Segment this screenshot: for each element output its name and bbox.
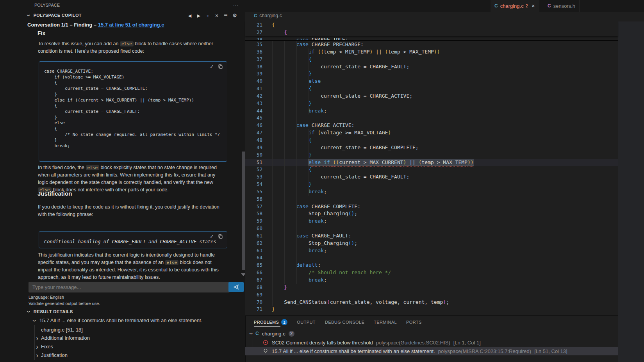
panel-tab-terminal[interactable]: TERMINAL	[374, 320, 397, 325]
panel-tab-output[interactable]: OUTPUT	[297, 320, 316, 325]
problem-row[interactable]: 15.7 All if ... else if constructs shall…	[245, 347, 618, 355]
gear-icon[interactable]: ⚙	[232, 12, 238, 19]
code-line[interactable]: 49 current_state = CHARGE_COMPLETE;	[245, 144, 618, 152]
panel-tab-label: DEBUG CONSOLE	[325, 320, 364, 325]
code-line[interactable]: 52 {	[245, 166, 618, 173]
code-line[interactable]: 37 {	[245, 56, 618, 63]
tab-charging.c[interactable]: Ccharging.c2✕	[491, 0, 539, 12]
result-details-location[interactable]: charging.c [51, 18]	[41, 327, 83, 333]
line-number: 35	[245, 41, 262, 48]
code-line[interactable]: 38 current_state = CHARGE_FAULT;	[245, 63, 618, 71]
code-line[interactable]: 43 }	[245, 100, 618, 107]
code-editor[interactable]: 35 case CHARGE_PRECHARGE:36 if ((temp < …	[245, 41, 618, 313]
breadcrumb[interactable]: C charging.c	[254, 13, 282, 18]
breadcrumb-file: charging.c	[259, 13, 282, 18]
sticky-line[interactable]: 27 {	[245, 29, 618, 36]
sticky-line[interactable]: 21{	[245, 21, 618, 29]
problem-row[interactable]: SC02 Comment density falls below thresho…	[245, 338, 618, 347]
code-line[interactable]: 66 /* Should not reach here */	[245, 269, 618, 276]
close-icon[interactable]: ✕	[214, 12, 220, 19]
line-number: 68	[245, 284, 262, 291]
result-details-finding[interactable]: ❯ 15.7 All if ... else if constructs sha…	[33, 317, 244, 323]
panel-scrollbar[interactable]	[242, 152, 245, 270]
result-details-item[interactable]: ❯Additional information	[36, 335, 90, 344]
justification-phrase: Conditional handling of CHARGE_FAULT and…	[44, 239, 216, 244]
problems-file-group[interactable]: ❯ C charging.c 2	[250, 329, 294, 338]
result-details-item[interactable]: ❯Justification	[36, 352, 90, 361]
line-number: 57	[245, 203, 262, 210]
line-number: 61	[245, 232, 262, 240]
code-line[interactable]: 69	[245, 291, 618, 299]
panel-tab-debug-console[interactable]: DEBUG CONSOLE	[325, 320, 364, 325]
justification-phrase-block: ✓ Conditional handling of CHARGE_FAULT a…	[39, 231, 227, 248]
chevron-right-icon: ❯	[36, 336, 38, 341]
list-icon[interactable]: ☰	[223, 12, 229, 19]
code-line[interactable]: 58 Stop_Charging();	[245, 210, 618, 218]
code-line[interactable]: 36 if ((temp < MIN_TEMP) || (temp > MAX_…	[245, 48, 618, 56]
code-line[interactable]: 56	[245, 196, 618, 203]
line-number: 27	[245, 29, 262, 36]
line-number: 49	[245, 144, 262, 152]
code-line[interactable]: 41 {	[245, 85, 618, 93]
code-line[interactable]: 64	[245, 254, 618, 262]
code-line[interactable]: 48 {	[245, 137, 618, 144]
code-line[interactable]: 65 default:	[245, 262, 618, 269]
code-line[interactable]: 39 }	[245, 70, 618, 78]
line-number: 37	[245, 56, 262, 63]
panel-tab-problems[interactable]: PROBLEMS2	[254, 319, 287, 325]
code-line[interactable]: 51 else if ((current > MAX_CURRENT) || (…	[245, 159, 618, 166]
line-number: 43	[245, 100, 262, 107]
copilot-section-header[interactable]: ❯ POLYSPACE COPILOT	[27, 13, 82, 18]
code-line[interactable]: 47 if (voltage >= MAX_VOLTAGE)	[245, 129, 618, 137]
code-line[interactable]: 71}	[245, 306, 618, 313]
line-number: 63	[245, 247, 262, 255]
code-line[interactable]: 57 case CHARGE_COMPLETE:	[245, 203, 618, 210]
apply-check-icon[interactable]: ✓	[210, 234, 214, 239]
code-line[interactable]: 67 break;	[245, 276, 618, 284]
paragraph-text: In this fixed code, the	[38, 165, 86, 170]
more-actions-icon[interactable]: …	[233, 1, 239, 7]
finding-label: Finding	[74, 22, 92, 28]
code-line[interactable]: 42 current_state = CHARGE_ACTIVE;	[245, 93, 618, 100]
copy-icon[interactable]	[218, 234, 223, 239]
code-line[interactable]: 70 Send_CANStatus(current_state, voltage…	[245, 299, 618, 306]
tab-problems-badge: 2	[526, 4, 528, 8]
problems-file-name: charging.c	[262, 331, 285, 337]
result-details-header[interactable]: ❯ RESULT DETAILS	[27, 309, 73, 314]
add-icon[interactable]: ＋	[205, 12, 211, 19]
result-details-item[interactable]: ❯Fixes	[36, 344, 90, 352]
tab-close-icon[interactable]: ✕	[532, 4, 535, 9]
clipped-line[interactable]: 28 case CHARGE_IDLE:	[245, 36, 618, 40]
code-line[interactable]: 54 }	[245, 181, 618, 188]
panel-tab-ports[interactable]: PORTS	[406, 320, 422, 325]
code-line[interactable]: 62 Stop_Charging();	[245, 240, 618, 247]
sticky-scroll[interactable]: 21{27 {	[245, 21, 618, 36]
chevron-right-icon: ❯	[36, 353, 38, 358]
code-line[interactable]: 40 else	[245, 78, 618, 85]
line-number: 71	[245, 306, 262, 313]
code-line[interactable]: 55 break;	[245, 188, 618, 196]
send-button[interactable]	[228, 282, 244, 292]
nav-back-icon[interactable]: ◀	[187, 12, 193, 19]
minimap[interactable]	[618, 21, 644, 362]
result-details-item-label: Justification	[41, 352, 68, 358]
code-line[interactable]: 45	[245, 114, 618, 122]
code-line[interactable]: 61 case CHARGE_FAULT:	[245, 232, 618, 240]
tab-sensors.h[interactable]: Csensors.h	[544, 0, 580, 12]
finding-link[interactable]: 15.7 at line 51 of charging.c	[98, 22, 164, 28]
code-line[interactable]: 53 current_state = CHARGE_FAULT;	[245, 173, 618, 181]
problems-count-badge: 2	[281, 319, 287, 325]
line-number: 55	[245, 188, 262, 196]
code-line[interactable]: 59 break;	[245, 218, 618, 225]
language-note: Language: English	[29, 295, 64, 300]
code-line[interactable]: 46 case CHARGE_ACTIVE:	[245, 122, 618, 129]
chat-message-input[interactable]	[29, 282, 230, 292]
code-line[interactable]: 60	[245, 225, 618, 232]
code-line[interactable]: 44 break;	[245, 107, 618, 115]
code-line[interactable]: 68 }	[245, 284, 618, 291]
nav-forward-icon[interactable]: ▶	[196, 12, 202, 19]
code-line[interactable]: 35 case CHARGE_PRECHARGE:	[245, 41, 618, 48]
line-number: 65	[245, 262, 262, 269]
code-line[interactable]: 63 break;	[245, 247, 618, 255]
code-line[interactable]: 50 }	[245, 152, 618, 159]
